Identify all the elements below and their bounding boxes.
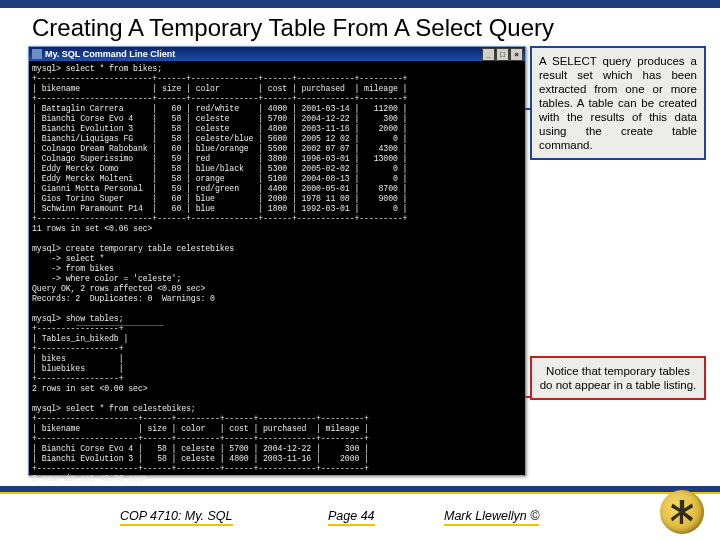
ucf-logo-icon [660,490,704,534]
footer: COP 4710: My. SQL Page 44 Mark Llewellyn… [0,486,720,540]
footer-course: COP 4710: My. SQL [120,509,233,526]
close-button[interactable]: × [510,48,523,61]
maximize-button[interactable]: □ [496,48,509,61]
footer-page: Page 44 [328,509,375,526]
window-titlebar: My. SQL Command Line Client _ □ × [29,47,525,61]
minimize-button[interactable]: _ [482,48,495,61]
callout-temp-table-note: Notice that temporary tables do not appe… [530,356,706,400]
window-title: My. SQL Command Line Client [45,49,175,59]
footer-body: COP 4710: My. SQL Page 44 Mark Llewellyn… [0,494,720,540]
terminal-output: mysql> select * from bikes; +-----------… [29,61,525,507]
app-icon [32,49,42,59]
callout-select-explain: A SELECT query produces a result set whi… [530,46,706,160]
top-border [0,0,720,8]
page-title: Creating A Temporary Table From A Select… [32,14,720,42]
window-controls: _ □ × [482,48,523,61]
terminal-window: My. SQL Command Line Client _ □ × mysql>… [28,46,526,476]
footer-author: Mark Llewellyn © [444,509,539,526]
underline-red [76,325,164,326]
